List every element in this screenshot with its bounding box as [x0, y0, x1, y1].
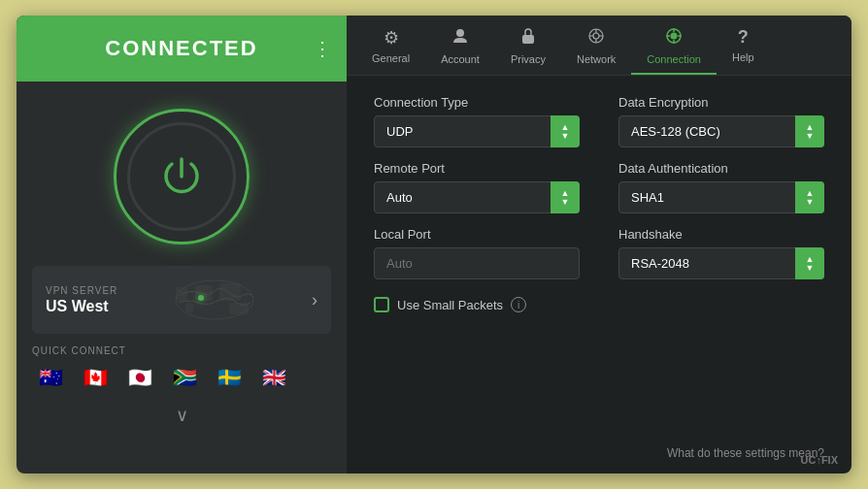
flag-sweden[interactable]: 🇸🇪: [211, 364, 248, 391]
account-icon: [451, 27, 469, 49]
remote-port-select[interactable]: Auto 443 1194: [374, 181, 580, 213]
connection-icon: [665, 27, 683, 49]
tab-general[interactable]: ⚙ General: [356, 16, 425, 75]
tab-help[interactable]: ? Help: [717, 16, 770, 75]
world-map-icon: [171, 276, 258, 324]
chevron-right-icon: ›: [312, 290, 317, 310]
tab-connection-label: Connection: [647, 53, 701, 65]
server-info: VPN SERVER US West: [46, 285, 117, 315]
handshake-group: Handshake RSA-2048 RSA-4096 ▲ ▼: [618, 227, 824, 279]
general-icon: ⚙: [384, 27, 399, 49]
tab-network-label: Network: [577, 53, 616, 65]
svg-rect-5: [229, 303, 249, 314]
data-auth-select-wrapper: SHA1 SHA256 ▲ ▼: [618, 181, 824, 213]
connection-type-group: Connection Type UDP TCP ▲ ▼: [374, 95, 580, 147]
settings-hint[interactable]: What do these settings mean?: [347, 446, 851, 473]
handshake-select-wrapper: RSA-2048 RSA-4096 ▲ ▼: [618, 247, 824, 279]
small-packets-label: Use Small Packets: [397, 298, 503, 312]
flag-canada[interactable]: 🇨🇦: [77, 364, 114, 391]
server-section[interactable]: VPN SERVER US West: [32, 266, 331, 334]
svg-point-6: [456, 29, 464, 37]
watermark: UC↑FIX: [801, 454, 839, 466]
remote-port-label: Remote Port: [374, 161, 580, 176]
tab-network[interactable]: Network: [561, 16, 631, 75]
tab-privacy[interactable]: Privacy: [495, 16, 561, 75]
remote-port-group: Remote Port Auto 443 1194 ▲ ▼: [374, 161, 580, 213]
svg-rect-3: [219, 283, 241, 301]
power-section[interactable]: [17, 82, 347, 266]
connection-type-select-wrapper: UDP TCP ▲ ▼: [374, 115, 580, 147]
tab-general-label: General: [372, 52, 410, 64]
connection-type-label: Connection Type: [374, 95, 580, 110]
svg-point-15: [671, 33, 678, 40]
settings-content: Connection Type UDP TCP ▲ ▼ Data Encrypt…: [347, 76, 851, 446]
server-name: US West: [46, 298, 117, 315]
privacy-icon: [519, 27, 537, 49]
small-packets-checkbox[interactable]: [374, 297, 389, 312]
flag-south-africa[interactable]: 🇿🇦: [166, 364, 203, 391]
data-auth-group: Data Authentication SHA1 SHA256 ▲ ▼: [618, 161, 824, 213]
data-encryption-label: Data Encryption: [618, 95, 824, 110]
data-encryption-select-wrapper: AES-128 (CBC) AES-256 (CBC) ▲ ▼: [618, 115, 824, 147]
tabs-bar: ⚙ General Account Privacy: [347, 16, 851, 76]
server-label: VPN SERVER: [46, 285, 117, 296]
small-packets-info-icon[interactable]: i: [511, 297, 526, 312]
handshake-label: Handshake: [618, 227, 824, 242]
flag-australia[interactable]: 🇦🇺: [32, 364, 69, 391]
right-panel: ⚙ General Account Privacy: [347, 16, 851, 473]
data-auth-label: Data Authentication: [618, 161, 824, 176]
local-port-label: Local Port: [374, 227, 580, 242]
bottom-chevron-icon[interactable]: ∨: [17, 405, 347, 426]
flag-uk[interactable]: 🇬🇧: [255, 364, 292, 391]
power-icon[interactable]: [154, 149, 209, 204]
connection-type-select[interactable]: UDP TCP: [374, 115, 580, 147]
data-auth-select[interactable]: SHA1 SHA256: [618, 181, 824, 213]
tab-privacy-label: Privacy: [511, 53, 546, 65]
svg-rect-1: [176, 287, 187, 301]
handshake-select[interactable]: RSA-2048 RSA-4096: [618, 247, 824, 279]
local-port-input[interactable]: [374, 247, 580, 279]
tab-connection[interactable]: Connection: [631, 16, 717, 75]
flag-row: 🇦🇺 🇨🇦 🇯🇵 🇿🇦 🇸🇪 🇬🇧: [32, 364, 331, 391]
quick-connect-label: QUICK CONNECT: [32, 345, 331, 356]
map-area: [171, 276, 258, 324]
quick-connect-section: QUICK CONNECT 🇦🇺 🇨🇦 🇯🇵 🇿🇦 🇸🇪 🇬🇧: [32, 345, 331, 391]
svg-rect-4: [185, 303, 193, 312]
tab-account[interactable]: Account: [425, 16, 495, 75]
status-bar: CONNECTED ⋮: [17, 16, 347, 82]
small-packets-row: Use Small Packets i: [374, 297, 580, 312]
svg-rect-7: [522, 35, 534, 44]
remote-port-select-wrapper: Auto 443 1194 ▲ ▼: [374, 181, 580, 213]
help-icon: ?: [738, 27, 749, 48]
flag-japan[interactable]: 🇯🇵: [121, 364, 158, 391]
data-encryption-select[interactable]: AES-128 (CBC) AES-256 (CBC): [618, 115, 824, 147]
power-ring-inner: [127, 122, 236, 231]
local-port-group: Local Port: [374, 227, 580, 279]
tab-account-label: Account: [441, 53, 480, 65]
svg-point-9: [593, 33, 599, 39]
more-menu-icon[interactable]: ⋮: [313, 37, 333, 60]
left-panel: CONNECTED ⋮ VPN SERVER US West: [17, 16, 347, 473]
data-encryption-group: Data Encryption AES-128 (CBC) AES-256 (C…: [618, 95, 824, 147]
network-icon: [587, 27, 605, 49]
power-ring-outer: [114, 109, 250, 244]
connected-status: CONNECTED: [105, 36, 257, 61]
tab-help-label: Help: [732, 51, 754, 63]
